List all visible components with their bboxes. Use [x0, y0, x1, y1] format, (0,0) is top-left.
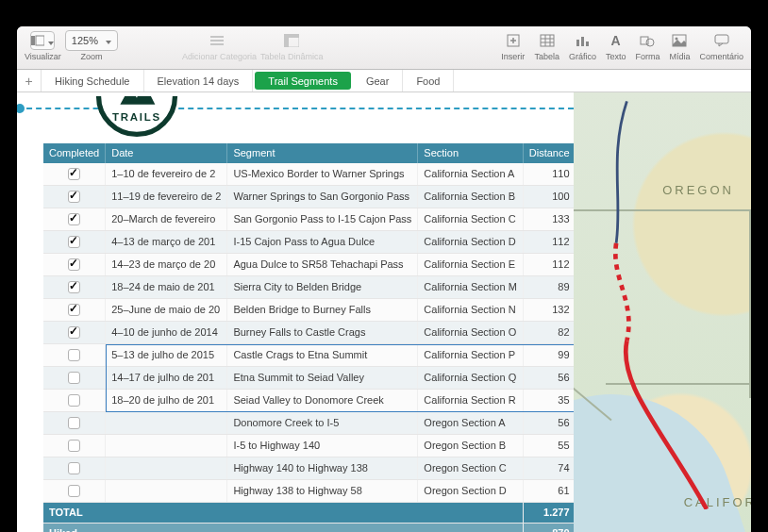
pivot-button[interactable]: Tabela Dinâmica	[260, 30, 324, 61]
segment-cell[interactable]: Etna Summit to Seiad Valley	[227, 367, 418, 390]
completed-cell[interactable]	[43, 276, 106, 299]
segment-cell[interactable]: Highway 138 to Highway 58	[227, 480, 418, 503]
checkbox-icon[interactable]	[68, 372, 80, 384]
tab-hiking-schedule[interactable]: Hiking Schedule	[42, 70, 144, 91]
distance-cell[interactable]: 74	[523, 457, 574, 480]
distance-cell[interactable]: 132	[523, 299, 574, 322]
table-row[interactable]: 4–10 de junho de 2014Burney Falls to Cas…	[43, 322, 574, 344]
segment-cell[interactable]: San Gorgonio Pass to I-15 Cajon Pass	[227, 208, 418, 231]
date-cell[interactable]: 1–10 de fevereiro de 2	[106, 163, 227, 186]
segment-cell[interactable]: Agua Dulce to SR58 Tehachapi Pass	[227, 254, 418, 276]
distance-cell[interactable]: 133	[523, 208, 574, 231]
section-cell[interactable]: California Section M	[418, 276, 523, 299]
date-cell[interactable]	[106, 457, 227, 480]
date-cell[interactable]	[106, 480, 227, 503]
section-cell[interactable]: California Section Q	[418, 367, 523, 390]
col-completed[interactable]: Completed	[43, 143, 106, 163]
section-cell[interactable]: California Section A	[418, 163, 523, 186]
segment-cell[interactable]: Warner Springs to San Gorgonio Pass	[227, 186, 418, 208]
col-date[interactable]: Date	[106, 143, 227, 163]
date-cell[interactable]: 25–June de maio de 20	[106, 299, 227, 322]
date-cell[interactable]: 18–20 de julho de 201	[106, 390, 227, 412]
segment-cell[interactable]: Highway 140 to Highway 138	[227, 457, 418, 480]
col-section[interactable]: Section	[418, 143, 523, 163]
distance-cell[interactable]: 55	[523, 435, 574, 457]
shape-button[interactable]: Forma	[635, 30, 659, 61]
table-row[interactable]: Highway 140 to Highway 138Oregon Section…	[43, 457, 574, 480]
table-row[interactable]: 1–10 de fevereiro de 2US-Mexico Border t…	[43, 163, 574, 186]
distance-cell[interactable]: 112	[523, 254, 574, 276]
completed-cell[interactable]	[43, 412, 106, 435]
checkbox-icon[interactable]	[68, 281, 80, 293]
completed-cell[interactable]	[43, 208, 106, 231]
distance-cell[interactable]: 89	[523, 276, 574, 299]
section-cell[interactable]: California Section R	[418, 390, 523, 412]
date-cell[interactable]: 11–19 de fevereiro de 2	[106, 186, 227, 208]
date-cell[interactable]: 4–10 de junho de 2014	[106, 322, 227, 344]
section-cell[interactable]: Oregon Section C	[418, 457, 523, 480]
checkbox-icon[interactable]	[68, 485, 80, 497]
segment-cell[interactable]: Burney Falls to Castle Crags	[227, 322, 418, 344]
completed-cell[interactable]	[43, 163, 106, 186]
checkbox-icon[interactable]	[68, 168, 80, 180]
checkbox-icon[interactable]	[68, 236, 80, 248]
completed-cell[interactable]	[43, 367, 106, 390]
media-button[interactable]: Mídia	[669, 30, 690, 61]
table-row[interactable]: 14–23 de março de 20Agua Dulce to SR58 T…	[43, 254, 574, 276]
comment-button[interactable]: Comentário	[699, 30, 743, 61]
section-cell[interactable]: Oregon Section A	[418, 412, 523, 435]
date-cell[interactable]: 4–13 de março de 201	[106, 231, 227, 254]
completed-cell[interactable]	[43, 457, 106, 480]
segment-cell[interactable]: I-15 Cajon Pass to Agua Dulce	[227, 231, 418, 254]
completed-cell[interactable]	[43, 390, 106, 412]
add-category-button[interactable]: Adicionar Categoria	[182, 30, 257, 61]
section-cell[interactable]: California Section O	[418, 322, 523, 344]
section-cell[interactable]: California Section E	[418, 254, 523, 276]
table-row[interactable]: 5–13 de julho de 2015Castle Crags to Etn…	[43, 344, 574, 367]
table-row[interactable]: 20–March de fevereiroSan Gorgonio Pass t…	[43, 208, 574, 231]
table-row[interactable]: I-5 to Highway 140Oregon Section B55	[43, 435, 574, 457]
tab-trail-segments[interactable]: Trail Segments	[255, 72, 351, 90]
distance-cell[interactable]: 35	[523, 390, 574, 412]
tab-food[interactable]: Food	[403, 70, 454, 91]
segment-cell[interactable]: I-5 to Highway 140	[227, 435, 418, 457]
completed-cell[interactable]	[43, 480, 106, 503]
distance-cell[interactable]: 61	[523, 480, 574, 503]
trail-segments-table[interactable]: Completed Date Segment Section Distance …	[43, 143, 574, 532]
completed-cell[interactable]	[43, 254, 106, 276]
section-cell[interactable]: California Section B	[418, 186, 523, 208]
col-segment[interactable]: Segment	[227, 143, 418, 163]
completed-cell[interactable]	[43, 231, 106, 254]
section-cell[interactable]: California Section N	[418, 299, 523, 322]
segment-cell[interactable]: Castle Crags to Etna Summit	[227, 344, 418, 367]
insert-button[interactable]: Inserir	[501, 30, 525, 61]
section-cell[interactable]: California Section P	[418, 344, 523, 367]
table-row[interactable]: 18–24 de maio de 201Sierra City to Belde…	[43, 276, 574, 299]
distance-cell[interactable]: 56	[523, 412, 574, 435]
section-cell[interactable]: Oregon Section B	[418, 435, 523, 457]
segment-cell[interactable]: US-Mexico Border to Warner Springs	[227, 163, 418, 186]
add-sheet-button[interactable]: +	[17, 70, 42, 91]
tab-gear[interactable]: Gear	[353, 70, 403, 91]
completed-cell[interactable]	[43, 322, 106, 344]
segment-cell[interactable]: Belden Bridge to Burney Falls	[227, 299, 418, 322]
completed-cell[interactable]	[43, 299, 106, 322]
table-button[interactable]: Tabela	[534, 30, 559, 61]
date-cell[interactable]: 18–24 de maio de 201	[106, 276, 227, 299]
checkbox-icon[interactable]	[68, 191, 80, 203]
segment-cell[interactable]: Seiad Valley to Donomore Creek	[227, 390, 418, 412]
table-row[interactable]: 11–19 de fevereiro de 2Warner Springs to…	[43, 186, 574, 208]
zoom-select[interactable]: 125% Zoom	[65, 30, 118, 61]
date-cell[interactable]: 20–March de fevereiro	[106, 208, 227, 231]
completed-cell[interactable]	[43, 435, 106, 457]
distance-cell[interactable]: 99	[523, 344, 574, 367]
date-cell[interactable]	[106, 435, 227, 457]
section-cell[interactable]: California Section C	[418, 208, 523, 231]
checkbox-icon[interactable]	[68, 349, 80, 361]
checkbox-icon[interactable]	[68, 440, 80, 452]
checkbox-icon[interactable]	[68, 213, 80, 225]
checkbox-icon[interactable]	[68, 394, 80, 407]
checkbox-icon[interactable]	[68, 462, 80, 474]
completed-cell[interactable]	[43, 186, 106, 208]
table-row[interactable]: 14–17 de julho de 201Etna Summit to Seia…	[43, 367, 574, 390]
